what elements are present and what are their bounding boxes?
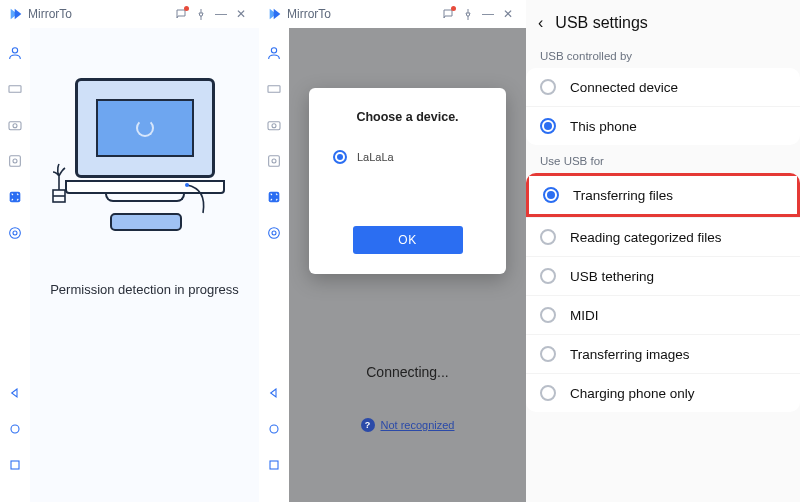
app-name: MirrorTo — [28, 7, 72, 21]
plant-icon — [47, 146, 71, 206]
svg-point-16 — [185, 183, 189, 187]
section-label-controlled-by: USB controlled by — [526, 42, 800, 68]
settings-icon[interactable] — [265, 224, 283, 242]
home-icon[interactable] — [6, 420, 24, 438]
radio-icon — [540, 79, 556, 95]
option-midi[interactable]: MIDI — [526, 295, 800, 334]
recent-icon[interactable] — [6, 456, 24, 474]
app-logo: MirrorTo — [267, 6, 331, 22]
svg-rect-21 — [269, 156, 280, 167]
settings-title: USB settings — [555, 14, 647, 32]
back-icon[interactable] — [6, 384, 24, 402]
record-icon[interactable] — [6, 152, 24, 170]
svg-point-17 — [271, 48, 276, 53]
radio-icon — [543, 187, 559, 203]
laptop-stand — [105, 194, 185, 202]
back-icon[interactable]: ‹ — [538, 14, 543, 32]
settings-icon[interactable] — [6, 224, 24, 242]
camera-icon[interactable] — [265, 116, 283, 134]
radio-icon — [333, 150, 347, 164]
expand-icon[interactable] — [265, 188, 283, 206]
camera-icon[interactable] — [6, 116, 24, 134]
svg-point-8 — [13, 159, 17, 163]
ok-button[interactable]: OK — [353, 226, 463, 254]
title-bar: MirrorTo — ✕ — [0, 0, 259, 28]
pin-icon[interactable] — [458, 4, 478, 24]
option-transferring-files[interactable]: Transferring files — [526, 173, 800, 217]
svg-rect-7 — [10, 156, 21, 167]
expand-icon[interactable] — [6, 188, 24, 206]
radio-icon — [540, 118, 556, 134]
svg-point-20 — [272, 124, 276, 128]
app-logo: MirrorTo — [8, 6, 72, 22]
svg-rect-1 — [9, 86, 21, 93]
pin-icon[interactable] — [191, 4, 211, 24]
not-recognized-link[interactable]: Not recognized — [381, 419, 455, 431]
home-icon[interactable] — [265, 420, 283, 438]
option-charging-only[interactable]: Charging phone only — [526, 373, 800, 412]
main-content: Connecting... ? Not recognized Choose a … — [289, 28, 526, 502]
settings-header: ‹ USB settings — [526, 0, 800, 42]
svg-rect-9 — [10, 192, 21, 203]
side-toolbar — [0, 28, 30, 502]
svg-point-0 — [12, 48, 17, 53]
radio-icon — [540, 346, 556, 362]
svg-point-24 — [272, 231, 276, 235]
svg-point-12 — [11, 425, 19, 433]
notification-icon[interactable] — [171, 4, 191, 24]
device-name: LaLaLa — [357, 151, 394, 163]
close-icon[interactable]: ✕ — [231, 4, 251, 24]
not-recognized-row: ? Not recognized — [289, 418, 526, 432]
choose-device-dialog: Choose a device. LaLaLa OK — [309, 88, 506, 274]
radio-icon — [540, 229, 556, 245]
svg-rect-19 — [268, 122, 280, 130]
main-content: Permission detection in progress — [30, 28, 259, 502]
radio-icon — [540, 385, 556, 401]
back-icon[interactable] — [265, 384, 283, 402]
minimize-icon[interactable]: — — [478, 4, 498, 24]
section-label-use-usb-for: Use USB for — [526, 147, 800, 173]
notification-icon[interactable] — [438, 4, 458, 24]
dialog-title: Choose a device. — [327, 110, 488, 124]
app-name: MirrorTo — [287, 7, 331, 21]
user-icon[interactable] — [265, 44, 283, 62]
option-reading-categorized[interactable]: Reading categorized files — [526, 217, 800, 256]
svg-rect-23 — [269, 192, 280, 203]
option-transferring-images[interactable]: Transferring images — [526, 334, 800, 373]
svg-point-10 — [13, 231, 17, 235]
keyboard-icon[interactable] — [265, 80, 283, 98]
option-this-phone[interactable]: This phone — [526, 106, 800, 145]
help-icon[interactable]: ? — [361, 418, 375, 432]
svg-point-6 — [13, 124, 17, 128]
option-connected-device[interactable]: Connected device — [526, 68, 800, 106]
option-usb-tethering[interactable]: USB tethering — [526, 256, 800, 295]
svg-rect-13 — [11, 461, 19, 469]
svg-rect-18 — [268, 86, 280, 93]
minimize-icon[interactable]: — — [211, 4, 231, 24]
laptop-screen — [75, 78, 215, 178]
record-icon[interactable] — [265, 152, 283, 170]
side-toolbar — [259, 28, 289, 502]
status-text: Permission detection in progress — [30, 282, 259, 297]
svg-rect-5 — [9, 122, 21, 130]
laptop-illustration — [55, 58, 235, 238]
recent-icon[interactable] — [265, 456, 283, 474]
svg-point-11 — [10, 228, 21, 239]
app-window-connecting: MirrorTo — ✕ Connecting... ? Not recogni… — [259, 0, 526, 502]
app-window-permission: MirrorTo — ✕ Permission detection in pro… — [0, 0, 259, 502]
phone-illustration — [110, 213, 182, 231]
device-option[interactable]: LaLaLa — [327, 146, 488, 168]
radio-icon — [540, 307, 556, 323]
svg-rect-27 — [270, 461, 278, 469]
svg-point-26 — [270, 425, 278, 433]
user-icon[interactable] — [6, 44, 24, 62]
usb-settings-screen: ‹ USB settings USB controlled by Connect… — [526, 0, 800, 502]
title-bar: MirrorTo — ✕ — [259, 0, 526, 28]
svg-point-22 — [272, 159, 276, 163]
close-icon[interactable]: ✕ — [498, 4, 518, 24]
radio-icon — [540, 268, 556, 284]
keyboard-icon[interactable] — [6, 80, 24, 98]
svg-point-25 — [269, 228, 280, 239]
usb-cable — [185, 183, 215, 223]
connecting-text: Connecting... — [289, 364, 526, 380]
